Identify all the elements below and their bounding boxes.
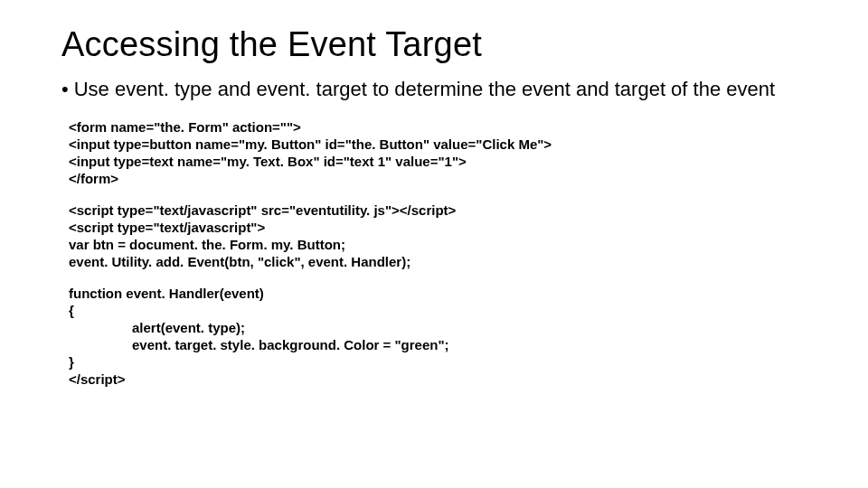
code-block-handler: function event. Handler(event) { alert(e… [61,285,814,388]
bullet-text: Use event. type and event. target to det… [74,77,775,102]
bullet-marker: • [61,77,69,102]
slide-title: Accessing the Event Target [61,25,814,64]
code-block-script-setup: <script type="text/javascript" src="even… [61,202,814,270]
code-line: alert(event. type); [132,320,245,335]
code-line: } [69,354,74,370]
code-line: { [69,303,74,318]
slide-content: Accessing the Event Target • Use event. … [0,0,868,420]
code-line: event. target. style. background. Color … [132,337,449,352]
bullet-item: • Use event. type and event. target to d… [61,77,814,102]
code-block-form: <form name="the. Form" action=""> <input… [61,118,814,187]
code-line: </script> [69,371,126,387]
code-line: function event. Handler(event) [69,286,264,301]
